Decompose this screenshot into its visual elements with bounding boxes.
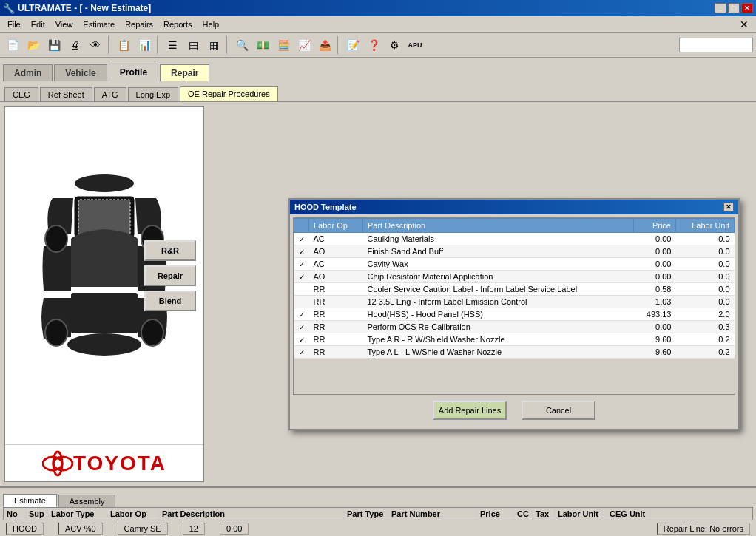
menu-edit[interactable]: Edit xyxy=(27,18,50,30)
row-laborunit-1: 0.0 xyxy=(675,245,734,258)
row-laborop-2: AC xyxy=(309,258,363,271)
toolbar-export[interactable]: 📤 xyxy=(315,35,334,55)
row-check-7[interactable]: ✓ xyxy=(294,321,309,333)
grid-col-parttype: Part Type xyxy=(344,508,388,520)
toolbar-zoom[interactable]: 🔍 xyxy=(232,35,252,55)
bottom-tab-assembly[interactable]: Assembly xyxy=(58,495,116,507)
repair-buttons: R&R Repair Blend xyxy=(144,240,196,311)
nav-tab-repair[interactable]: Repair xyxy=(160,64,209,81)
row-laborunit-7: 0.3 xyxy=(675,321,734,333)
row-price-8: 9.60 xyxy=(634,333,676,346)
toyota-name: TOYOTA xyxy=(73,452,166,475)
toolbar-doc[interactable]: 📝 xyxy=(343,35,362,55)
menu-view[interactable]: View xyxy=(51,18,78,30)
grid-col-price: Price xyxy=(477,508,514,520)
grid-col-partnumber: Part Number xyxy=(388,508,477,520)
sub-tab-oe[interactable]: OE Repair Procedures xyxy=(180,86,278,101)
toolbar-dollar[interactable]: 💵 xyxy=(253,35,272,55)
nav-tab-admin[interactable]: Admin xyxy=(3,64,53,81)
toolbar-btn7[interactable]: ☰ xyxy=(163,35,182,55)
toolbar-preview[interactable]: 👁 xyxy=(86,35,105,55)
menu-file[interactable]: File xyxy=(3,18,25,30)
row-laborop-4: RR xyxy=(309,283,363,296)
row-laborop-7: RR xyxy=(309,321,363,333)
status-section: HOOD xyxy=(6,523,44,535)
row-check-5[interactable] xyxy=(294,296,309,308)
sub-tab-ceg[interactable]: CEG xyxy=(4,87,38,101)
toolbar-settings[interactable]: ⚙ xyxy=(385,35,404,55)
sub-tab-refsheet[interactable]: Ref Sheet xyxy=(40,87,92,101)
toolbar-print[interactable]: 🖨 xyxy=(65,35,84,55)
toolbar-search-input[interactable] xyxy=(679,38,753,52)
repair-button[interactable]: Repair xyxy=(144,265,196,286)
menu-help[interactable]: Help xyxy=(198,18,224,30)
menu-reports[interactable]: Reports xyxy=(159,18,197,30)
minimize-btn[interactable]: _ xyxy=(715,3,726,13)
row-price-4: 0.58 xyxy=(634,283,676,296)
row-partdesc-8: Type A R - R W/Shield Washer Nozzle xyxy=(362,333,633,346)
close-btn[interactable]: ✕ xyxy=(741,3,753,13)
menu-close-icon[interactable]: ✕ xyxy=(735,18,753,30)
row-check-8[interactable]: ✓ xyxy=(294,333,309,346)
sub-tab-longexp[interactable]: Long Exp xyxy=(128,87,178,101)
row-price-9: 9.60 xyxy=(634,346,676,359)
toolbar-btn8[interactable]: ▤ xyxy=(183,35,203,55)
toolbar-help[interactable]: ❓ xyxy=(364,35,383,55)
row-laborunit-4: 0.0 xyxy=(675,283,734,296)
row-check-9[interactable]: ✓ xyxy=(294,346,309,359)
row-check-2[interactable]: ✓ xyxy=(294,258,309,271)
svg-point-4 xyxy=(67,333,141,356)
menu-repairs[interactable]: Repairs xyxy=(121,18,158,30)
sub-tabs: CEG Ref Sheet ATG Long Exp OE Repair Pro… xyxy=(0,81,756,102)
grid-col-tax: Tax xyxy=(533,508,555,520)
svg-point-0 xyxy=(75,174,134,192)
table-row: ✓ RR Type A L - L W/Shield Washer Nozzle… xyxy=(294,346,735,359)
grid-col-laborop: Labor Op xyxy=(107,508,159,520)
row-check-6[interactable]: ✓ xyxy=(294,308,309,321)
table-row: ✓ RR Perform OCS Re-Calibration 0.00 0.3 xyxy=(294,321,735,333)
row-laborop-5: RR xyxy=(309,296,363,308)
toolbar-calc[interactable]: 🧮 xyxy=(274,35,293,55)
row-partdesc-9: Type A L - L W/Shield Washer Nozzle xyxy=(362,346,633,359)
row-partdesc-0: Caulking Materials xyxy=(362,233,633,245)
add-repair-lines-btn[interactable]: Add Repair Lines xyxy=(433,401,507,420)
grid-col-laborunit: Labor Unit xyxy=(555,508,607,520)
row-check-3[interactable]: ✓ xyxy=(294,271,309,283)
row-check-0[interactable]: ✓ xyxy=(294,233,309,245)
row-price-7: 0.00 xyxy=(634,321,676,333)
row-check-4[interactable] xyxy=(294,283,309,296)
status-year: 12 xyxy=(183,523,205,535)
nav-tab-vehicle[interactable]: Vehicle xyxy=(54,64,107,81)
cancel-btn[interactable]: Cancel xyxy=(522,401,595,420)
svg-rect-2 xyxy=(78,200,130,234)
toolbar-btn5[interactable]: 📋 xyxy=(114,35,133,55)
toolbar-btn6[interactable]: 📊 xyxy=(135,35,154,55)
toyota-icon xyxy=(42,450,73,477)
grid-col-partdesc: Part Description xyxy=(159,508,344,520)
row-price-5: 1.03 xyxy=(634,296,676,308)
row-check-1[interactable]: ✓ xyxy=(294,245,309,258)
row-price-6: 493.13 xyxy=(634,308,676,321)
table-row: ✓ AO Chip Resistant Material Application… xyxy=(294,271,735,283)
row-partdesc-4: Cooler Service Caution Label - Inform La… xyxy=(362,283,633,296)
maximize-btn[interactable]: □ xyxy=(728,3,740,13)
toolbar-btn9[interactable]: ▦ xyxy=(204,35,223,55)
toolbar-open[interactable]: 📂 xyxy=(24,35,43,55)
randr-button[interactable]: R&R xyxy=(144,240,196,261)
modal-title-bar: HOOD Template ✕ xyxy=(290,200,738,214)
table-row: ✓ AO Finish Sand And Buff 0.00 0.0 xyxy=(294,245,735,258)
sub-tab-atg[interactable]: ATG xyxy=(94,87,126,101)
menu-estimate[interactable]: Estimate xyxy=(78,18,119,30)
toolbar-apu[interactable]: APU xyxy=(405,35,425,55)
row-laborop-6: RR xyxy=(309,308,363,321)
nav-tab-profile[interactable]: Profile xyxy=(109,64,158,81)
toolbar-chart[interactable]: 📈 xyxy=(294,35,314,55)
toolbar-new[interactable]: 📄 xyxy=(3,35,22,55)
modal-close-btn[interactable]: ✕ xyxy=(723,203,734,211)
toolbar-save[interactable]: 💾 xyxy=(44,35,64,55)
bottom-tab-estimate[interactable]: Estimate xyxy=(3,494,57,507)
blend-button[interactable]: Blend xyxy=(144,291,196,311)
menu-bar: File Edit View Estimate Repairs Reports … xyxy=(0,16,756,33)
app-icon: 🔧 xyxy=(3,3,15,14)
modal-content: Labor Op Part Description Price Labor Un… xyxy=(290,214,738,429)
